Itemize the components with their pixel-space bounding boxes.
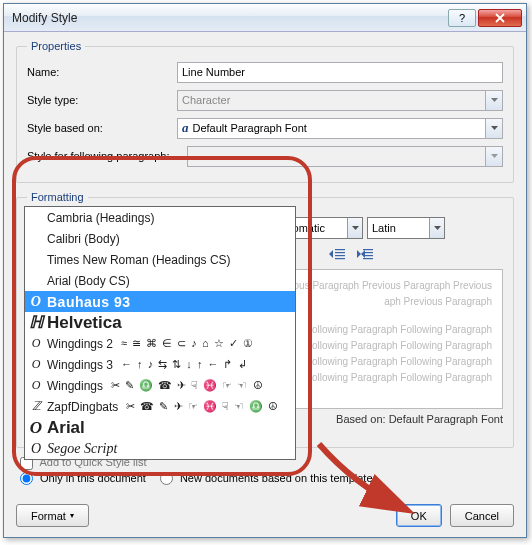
font-option[interactable]: Cambria (Headings): [25, 207, 295, 228]
svg-rect-0: [335, 249, 345, 250]
font-option[interactable]: Times New Roman (Headings CS): [25, 249, 295, 270]
font-option[interactable]: Arial (Body CS): [25, 270, 295, 291]
following-label: Style for following paragraph:: [27, 150, 187, 162]
decrease-indent-button[interactable]: [327, 245, 347, 263]
svg-rect-1: [335, 252, 345, 253]
name-label: Name:: [27, 66, 177, 78]
formatting-legend: Formatting: [27, 191, 88, 203]
style-type-label: Style type:: [27, 94, 177, 106]
font-option[interactable]: OWingdings 2≈ ≅ ⌘ ∈ ⊂ ♪ ⌂ ☆ ✓ ①: [25, 333, 295, 354]
following-combo: [187, 146, 503, 167]
font-option[interactable]: Calibri (Body): [25, 228, 295, 249]
font-option[interactable]: OWingdings 3← ↑ ♪ ⇆ ⇅ ↓ ↑ ← ↱ ↲: [25, 354, 295, 375]
name-input[interactable]: [177, 62, 503, 83]
increase-indent-button[interactable]: [355, 245, 375, 263]
modify-style-dialog: Modify Style ? Properties Name: Style ty…: [3, 3, 527, 538]
only-document-radio[interactable]: Only in this document: [20, 472, 146, 486]
font-option[interactable]: ℍHelvetica: [25, 312, 295, 333]
underline-a-icon: a: [182, 120, 189, 136]
svg-rect-4: [363, 249, 373, 250]
font-option[interactable]: OSegoe Script: [25, 438, 295, 459]
font-option[interactable]: OArial: [25, 417, 295, 438]
svg-rect-3: [335, 258, 345, 259]
chevron-down-icon: [485, 91, 502, 110]
format-button[interactable]: Format▾: [16, 504, 89, 527]
properties-group: Properties Name: Style type: Character S…: [16, 40, 514, 183]
font-dropdown-list[interactable]: Cambria (Headings) Calibri (Body) Times …: [24, 206, 296, 460]
svg-rect-5: [363, 252, 373, 253]
properties-legend: Properties: [27, 40, 85, 52]
chevron-down-icon[interactable]: [347, 218, 362, 238]
dialog-title: Modify Style: [12, 11, 446, 25]
chevron-down-icon: [485, 147, 502, 166]
titlebar: Modify Style ?: [4, 4, 526, 32]
help-button[interactable]: ?: [448, 9, 476, 27]
svg-rect-2: [335, 255, 345, 256]
close-button[interactable]: [478, 9, 522, 27]
ok-button[interactable]: OK: [396, 504, 442, 527]
language-combo[interactable]: Latin: [367, 217, 445, 239]
based-on-combo[interactable]: a Default Paragraph Font: [177, 118, 503, 139]
chevron-down-icon[interactable]: [485, 119, 502, 138]
chevron-down-icon: ▾: [70, 511, 74, 520]
style-type-combo: Character: [177, 90, 503, 111]
font-option-selected[interactable]: OBauhaus 93: [25, 291, 295, 312]
font-option[interactable]: OWingdings✂ ✎ ♎ ☎ ✈ ☟ ♓ ☞ ☜ ☮: [25, 375, 295, 396]
font-option[interactable]: ℤZapfDingbats✂ ☎ ✎ ✈ ☞ ♓ ☟ ☜ ♎ ☮: [25, 396, 295, 417]
new-documents-radio[interactable]: New documents based on this template: [160, 472, 373, 486]
svg-rect-6: [363, 255, 373, 256]
based-on-label: Style based on:: [27, 122, 177, 134]
svg-rect-7: [363, 258, 373, 259]
cancel-button[interactable]: Cancel: [450, 504, 514, 527]
chevron-down-icon[interactable]: [429, 218, 444, 238]
